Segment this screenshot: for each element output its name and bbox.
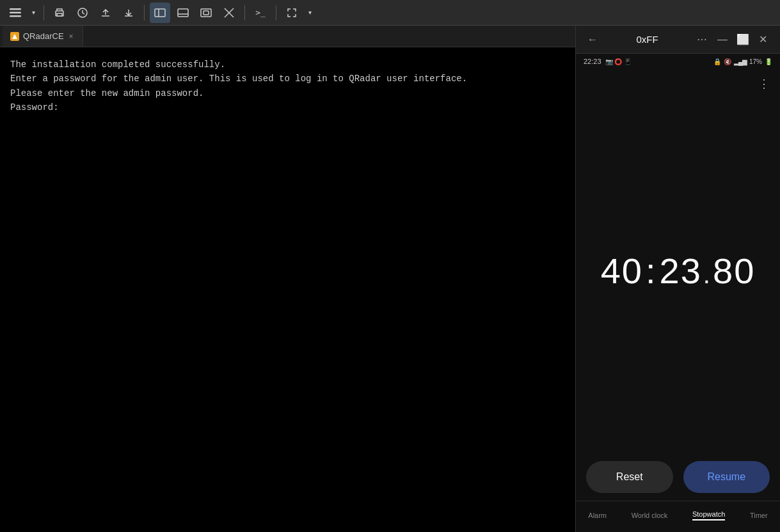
status-signal-icon: ▂▄▆ (734, 58, 747, 65)
svg-rect-0 (10, 8, 21, 10)
print-icon[interactable] (49, 3, 70, 23)
terminal-icon[interactable]: >_ (250, 3, 271, 23)
expand-icon[interactable] (282, 3, 302, 23)
status-volume-icon: 🔇 (724, 58, 731, 65)
status-lock-icon: 🔒 (713, 58, 721, 65)
status-right: 🔒 🔇 ▂▄▆ 17% 🔋 (713, 58, 772, 65)
sep3 (244, 5, 245, 20)
panel-float-icon[interactable] (196, 3, 216, 23)
terminal-line-6: Password: (10, 100, 565, 114)
nav-timer[interactable]: Timer (745, 509, 773, 522)
history-icon[interactable] (72, 3, 93, 23)
stopwatch-dot: . (703, 260, 712, 288)
stopwatch-colon: : (646, 251, 657, 291)
nav-stopwatch[interactable]: Stopwatch (687, 508, 730, 523)
nav-alarm[interactable]: Alarm (583, 509, 612, 522)
qradarce-tab[interactable]: QRadarCE × (3, 26, 83, 47)
tab-icon (10, 32, 19, 41)
main-toolbar: ▾ (0, 0, 780, 26)
terminal-panel: QRadarCE × The installation completed su… (0, 26, 575, 532)
svg-rect-6 (155, 9, 165, 17)
phone-menu-icon[interactable]: ⋮ (756, 74, 772, 93)
sep4 (276, 5, 276, 20)
tab-close-button[interactable]: × (68, 31, 75, 42)
status-time: 22:23 (584, 58, 601, 65)
resume-button[interactable]: Resume (683, 461, 770, 493)
phone-title-actions: ⋯ — ⬜ ✕ (693, 31, 772, 49)
svg-rect-1 (10, 12, 21, 13)
panel-bottom-icon[interactable] (173, 3, 193, 23)
phone-panel: ← 0xFF ⋯ — ⬜ ✕ 22:23 📷 ⭕ 📱 🔒 🔇 ▂▄▆ 17% 🔋 (575, 26, 780, 532)
main-area: QRadarCE × The installation completed su… (0, 26, 780, 532)
tab-label: QRadarCE (23, 31, 64, 41)
sep2 (144, 5, 145, 20)
phone-more-button[interactable]: ⋯ (693, 31, 711, 49)
status-icons: 📷 ⭕ 📱 (605, 58, 632, 65)
status-left: 22:23 📷 ⭕ 📱 (584, 58, 632, 65)
terminal-line-5: Please enter the new admin password. (10, 86, 565, 100)
svg-rect-2 (10, 15, 21, 17)
terminal-line-3: Enter a password for the admin user. Thi… (10, 72, 565, 86)
menu-dropdown-icon[interactable]: ▾ (28, 3, 38, 23)
nav-world-clock[interactable]: World clock (626, 509, 673, 522)
expand-dropdown-icon[interactable]: ▾ (305, 3, 315, 23)
svg-rect-11 (203, 11, 209, 15)
phone-bottom-nav: Alarm World clock Stopwatch Timer (576, 501, 780, 532)
phone-maximize-button[interactable]: ⬜ (734, 31, 752, 49)
sep1 (44, 5, 44, 20)
svg-marker-14 (12, 34, 17, 39)
phone-title: 0xFF (636, 34, 658, 45)
stopwatch-centiseconds: 80 (713, 251, 755, 291)
nav-world-clock-label: World clock (632, 512, 668, 519)
phone-content: ⋮ 40:23.80 (576, 69, 780, 453)
nav-stopwatch-label: Stopwatch (692, 510, 725, 520)
status-battery-icon: 🔋 (765, 58, 772, 65)
stopwatch-display: 40:23.80 (584, 93, 772, 448)
panel-left-icon[interactable] (150, 3, 170, 23)
cursor-off-icon[interactable] (219, 3, 239, 23)
phone-close-button[interactable]: ✕ (754, 31, 772, 49)
terminal-line-1: The installation completed successfully. (10, 58, 565, 72)
svg-rect-8 (178, 9, 188, 17)
svg-rect-10 (201, 9, 211, 17)
stopwatch-buttons: Reset Resume (576, 453, 780, 501)
download-icon[interactable] (118, 3, 139, 23)
phone-minimize-button[interactable]: — (713, 31, 731, 49)
nav-timer-label: Timer (750, 512, 768, 519)
reset-button[interactable]: Reset (586, 461, 673, 493)
menu-icon[interactable] (5, 3, 26, 23)
tab-bar: QRadarCE × (0, 26, 575, 47)
stopwatch-time: 40:23.80 (601, 250, 756, 292)
terminal-content[interactable]: The installation completed successfully.… (0, 47, 575, 532)
stopwatch-minutes: 40 (601, 251, 643, 291)
phone-status-bar: 22:23 📷 ⭕ 📱 🔒 🔇 ▂▄▆ 17% 🔋 (576, 54, 780, 69)
phone-back-button[interactable]: ← (584, 31, 601, 49)
upload-icon[interactable] (95, 3, 116, 23)
stopwatch-seconds: 23 (660, 251, 702, 291)
nav-alarm-label: Alarm (588, 512, 607, 519)
status-battery: 17% (749, 58, 762, 65)
svg-rect-4 (57, 13, 62, 16)
phone-title-bar: ← 0xFF ⋯ — ⬜ ✕ (576, 26, 780, 54)
